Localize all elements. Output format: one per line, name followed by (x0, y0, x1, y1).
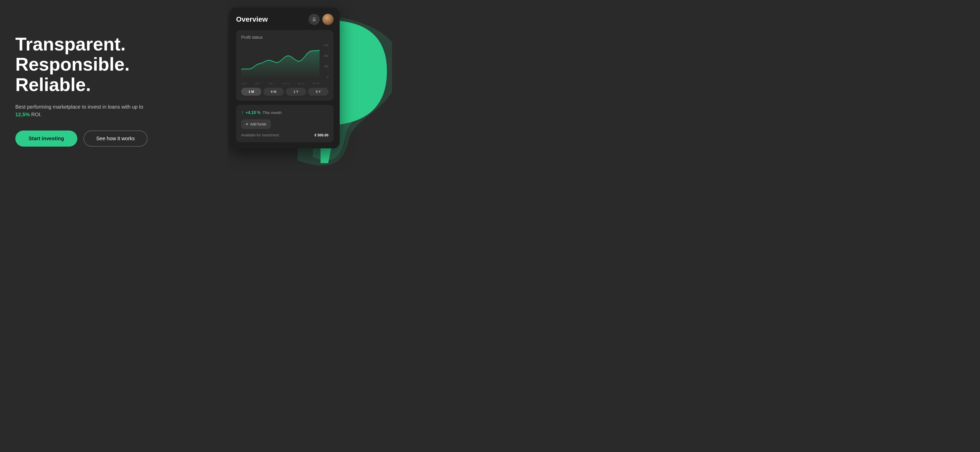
user-avatar[interactable] (322, 14, 334, 25)
y-label-0: 0 (327, 76, 328, 79)
available-label: Available for investment (241, 133, 279, 137)
x-label-jan14: Jan 14 (283, 82, 290, 85)
trend-up-icon: ↑ (241, 110, 243, 115)
period-1y-button[interactable]: 1 Y (286, 88, 306, 95)
x-label-jan21: Jan 21 (298, 82, 304, 85)
y-label-400: 400 (324, 65, 328, 68)
x-label-jan1: Jan 1 (241, 82, 247, 85)
profit-status-card: Profit status 1.2K 800 400 0 (236, 30, 334, 101)
period-buttons: 1 M 6 M 1 Y 5 Y (241, 88, 328, 95)
cta-buttons: Start investing See how it works (15, 130, 207, 147)
roi-highlight: 12,5% (15, 112, 30, 117)
avatar-image (322, 14, 334, 25)
header-icons (309, 14, 334, 25)
profit-chart: 1.2K 800 400 0 (241, 44, 328, 85)
add-funds-label: Add funds (250, 122, 266, 126)
chart-y-labels: 1.2K 800 400 0 (323, 44, 328, 79)
medal-icon (312, 17, 317, 22)
hero-headline: Transparent. Responsible. Reliable. (15, 34, 207, 95)
period-5y-button[interactable]: 5 Y (308, 88, 328, 95)
period-1m-button[interactable]: 1 M (241, 88, 262, 95)
badge-icon[interactable] (309, 14, 320, 25)
x-label-jan7a: Jan 7 (255, 82, 261, 85)
available-value: € 500.00 (314, 133, 328, 137)
x-label-jan28: Jan 28 (313, 82, 320, 85)
add-funds-button[interactable]: + Add funds (241, 119, 271, 129)
right-section: Overview Profit status 1.2 (228, 0, 392, 181)
x-label-jan7b: Jan 7 (269, 82, 274, 85)
period-6m-button[interactable]: 6 M (263, 88, 284, 95)
card-header: Overview (236, 14, 334, 25)
hero-section: Transparent. Responsible. Reliable. Best… (0, 0, 228, 181)
chart-x-labels: Jan 1 Jan 7 Jan 7 Jan 14 Jan 21 Jan 28 (241, 82, 320, 85)
stats-row: ↑ +4,18 % This month (241, 110, 328, 115)
profit-status-title: Profit status (241, 35, 328, 40)
stats-card: ↑ +4,18 % This month + Add funds Availab… (236, 105, 334, 142)
hero-subtitle: Best performing marketplace to invest in… (15, 103, 148, 118)
percent-change: +4,18 % (245, 110, 261, 115)
svg-point-0 (313, 17, 315, 20)
y-label-800: 800 (324, 55, 328, 57)
chart-svg-area (241, 44, 320, 79)
subtitle-text-end: ROI. (30, 112, 42, 117)
app-card: Overview Profit status 1.2 (230, 8, 340, 148)
y-label-1200: 1.2K (323, 44, 328, 47)
available-for-investment-row: Available for investment € 500.00 (241, 133, 328, 137)
subtitle-text-start: Best performing marketplace to invest in… (15, 104, 143, 109)
period-label: This month (262, 110, 282, 115)
overview-title: Overview (236, 15, 268, 24)
plus-icon: + (246, 122, 248, 127)
see-how-it-works-button[interactable]: See how it works (83, 130, 148, 147)
start-investing-button[interactable]: Start investing (15, 130, 77, 147)
